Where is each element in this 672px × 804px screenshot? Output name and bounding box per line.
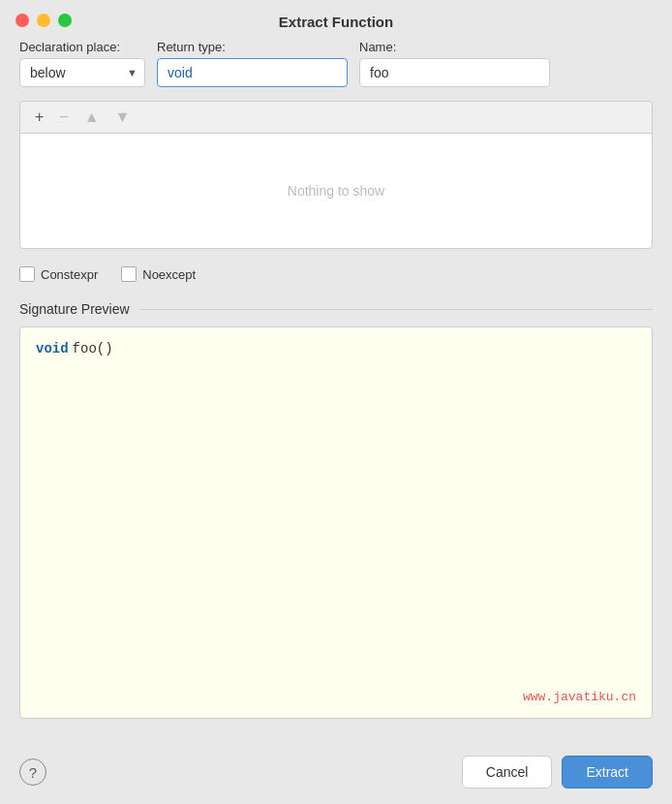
declaration-field-group: Declaration place: below above ▼ xyxy=(19,40,145,87)
dialog-title: Extract Function xyxy=(279,14,393,30)
name-label: Name: xyxy=(359,40,550,54)
maximize-button[interactable] xyxy=(58,14,72,27)
options-row: Constexpr Noexcept xyxy=(19,266,653,282)
parameter-toolbar: + − ▲ ▼ xyxy=(19,101,653,133)
extract-button[interactable]: Extract xyxy=(562,756,653,789)
return-type-label: Return type: xyxy=(157,40,348,54)
close-button[interactable] xyxy=(15,14,29,27)
declaration-select[interactable]: below above xyxy=(19,58,145,87)
help-button[interactable]: ? xyxy=(19,758,46,786)
name-input[interactable] xyxy=(359,58,550,87)
cancel-button[interactable]: Cancel xyxy=(462,756,553,789)
constexpr-checkbox-item: Constexpr xyxy=(19,266,98,282)
code-line: void foo() xyxy=(36,341,636,356)
constexpr-checkbox[interactable] xyxy=(19,266,35,282)
signature-label: Signature Preview xyxy=(19,301,130,317)
signature-preview-box: void foo() www.javatiku.cn xyxy=(19,326,653,719)
footer-buttons: Cancel Extract xyxy=(462,756,653,789)
signature-header: Signature Preview xyxy=(19,301,653,317)
form-row: Declaration place: below above ▼ Return … xyxy=(19,40,653,87)
title-bar: Extract Function xyxy=(0,0,672,40)
dialog-footer: ? Cancel Extract xyxy=(0,744,672,804)
empty-list-text: Nothing to show xyxy=(288,183,384,199)
move-down-button[interactable]: ▼ xyxy=(110,108,136,127)
return-type-field-group: Return type: xyxy=(157,40,348,87)
noexcept-checkbox-item: Noexcept xyxy=(121,266,196,282)
minimize-button[interactable] xyxy=(37,14,50,27)
add-parameter-button[interactable]: + xyxy=(30,108,48,127)
code-keyword: void xyxy=(36,341,69,356)
move-up-button[interactable]: ▲ xyxy=(79,108,105,127)
signature-divider xyxy=(139,309,653,310)
remove-parameter-button[interactable]: − xyxy=(54,108,73,127)
declaration-label: Declaration place: xyxy=(19,40,145,54)
noexcept-label[interactable]: Noexcept xyxy=(142,267,196,282)
window-controls xyxy=(15,14,72,27)
dialog-content: Declaration place: below above ▼ Return … xyxy=(0,40,672,744)
parameter-list: Nothing to show xyxy=(19,133,653,249)
return-type-input[interactable] xyxy=(157,58,348,87)
noexcept-checkbox[interactable] xyxy=(121,266,137,282)
watermark-text: www.javatiku.cn xyxy=(523,690,636,704)
signature-section: Signature Preview void foo() www.javatik… xyxy=(19,301,653,719)
constexpr-label[interactable]: Constexpr xyxy=(41,267,98,282)
declaration-select-wrapper: below above ▼ xyxy=(19,58,145,87)
name-field-group: Name: xyxy=(359,40,550,87)
code-body: foo() xyxy=(73,341,113,356)
